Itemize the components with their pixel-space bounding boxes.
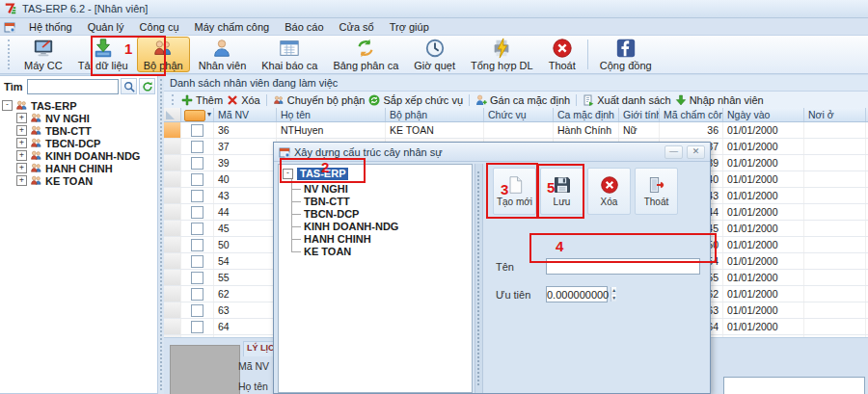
toolbar-gio-quet[interactable]: Giờ quẹt [407, 37, 462, 72]
row-indicator[interactable] [164, 139, 181, 154]
dialog-close-button[interactable]: ✕ [687, 145, 705, 159]
column-header-noi-o[interactable]: Nơi ở [804, 108, 866, 121]
priority-spinner[interactable]: 0.000000000 ▲▼ [546, 286, 608, 302]
row-indicator[interactable] [164, 221, 181, 236]
spinner-arrows-icon[interactable]: ▲▼ [610, 287, 616, 302]
menu-may-cham-cong[interactable]: Máy chấm công [187, 20, 278, 34]
dialog-tree-item-kinh-doanh-ndg[interactable]: KINH DOANH-NDG [304, 221, 472, 233]
column-header-ma-cham-cong[interactable]: Mã chấm công [660, 108, 723, 121]
cell-ma-nv[interactable]: 40 [214, 171, 277, 187]
cell-ngay-vao[interactable]: 01/01/2000 [723, 253, 804, 269]
cell-bo-phan[interactable]: KE TOAN [386, 122, 484, 138]
expand-icon[interactable]: + [16, 113, 27, 123]
cell-noi-o[interactable] [804, 302, 866, 318]
dialog-tree-item-hanh-chinh[interactable]: HANH CHINH [304, 233, 472, 246]
cell-ngay-vao[interactable]: 01/01/2000 [723, 139, 804, 154]
cell-ma-nv[interactable]: 54 [214, 253, 277, 269]
row-checkbox[interactable] [181, 155, 214, 171]
dialog-tree-root[interactable]: - TAS-ERP [279, 165, 472, 181]
row-checkbox[interactable] [181, 171, 214, 187]
cell-ma-nv[interactable]: 64 [214, 319, 277, 334]
row-checkbox[interactable] [181, 237, 214, 252]
column-header-ca-mac-dinh[interactable]: Ca mặc định [554, 108, 619, 121]
row-checkbox[interactable] [181, 221, 214, 236]
toolbar-cong-dong[interactable]: Cộng đồng [593, 37, 659, 72]
cell-noi-o[interactable] [804, 188, 866, 203]
row-indicator[interactable] [164, 188, 181, 203]
name-input[interactable] [546, 258, 700, 275]
toolbar-thoat[interactable]: Thoát [542, 37, 583, 72]
row-indicator[interactable] [164, 302, 181, 318]
action-gan-ca-mac-dinh[interactable]: Gán ca mặc định [475, 94, 570, 106]
row-checkbox[interactable] [181, 139, 214, 154]
cell-ngay-vao[interactable]: 01/01/2000 [723, 286, 804, 302]
column-header-gioi-tinh[interactable]: Giới tính [619, 108, 660, 121]
cell-noi-o[interactable] [804, 270, 866, 285]
cell-ngay-vao[interactable]: 01/01/2000 [723, 188, 804, 203]
cell-ma-nv[interactable]: 43 [214, 188, 277, 203]
collapse-icon[interactable]: - [283, 169, 293, 179]
cell-ma-nv[interactable]: 37 [214, 139, 277, 154]
dialog-button-luu[interactable]: Lưu [540, 168, 583, 215]
checkbox-column-header[interactable]: ▼ [181, 108, 214, 121]
tree-item-kinh-doanh-ndg[interactable]: + KINH DOANH-NDG [2, 149, 157, 162]
cell-ngay-vao[interactable]: 01/01/2000 [723, 319, 804, 334]
tree-item-tbcn-dcp[interactable]: + TBCN-DCP [2, 137, 157, 149]
toolbar-tai-du-lieu[interactable]: Tải dữ liệu [71, 37, 135, 72]
menu-tro-giup[interactable]: Trợ giúp [382, 20, 437, 34]
toolbar-bo-phan[interactable]: Bộ phận [137, 37, 190, 72]
cell-ngay-vao[interactable]: 01/01/2000 [723, 155, 804, 171]
cell-chuc-vu[interactable] [484, 122, 554, 138]
row-checkbox[interactable] [181, 286, 214, 302]
cell-gioi-tinh[interactable]: Nữ [619, 122, 660, 138]
expand-icon[interactable]: + [16, 163, 27, 173]
dialog-tree-item-nv-nghi[interactable]: NV NGHI [304, 183, 472, 196]
cell-ngay-vao[interactable]: 01/01/2000 [723, 302, 804, 318]
cell-ngay-vao[interactable]: 01/01/2000 [723, 270, 804, 285]
column-header-ho-ten[interactable]: Họ tên [277, 108, 386, 121]
column-header-bo-phan[interactable]: Bộ phận [386, 108, 484, 121]
refresh-button[interactable] [139, 78, 155, 94]
cell-ma-nv[interactable]: 39 [214, 155, 277, 171]
cell-ngay-vao[interactable]: 01/01/2000 [723, 171, 804, 187]
cell-ho-ten[interactable]: NTHuyen [277, 122, 386, 138]
action-chuyen-bo-phan[interactable]: Chuyển bộ phận [273, 94, 366, 106]
menu-cua-so[interactable]: Cửa sổ [332, 20, 382, 34]
cell-noi-o[interactable] [804, 139, 866, 154]
row-checkbox[interactable] [181, 302, 214, 318]
dialog-minimize-button[interactable]: — [665, 145, 683, 159]
tree-item-hanh-chinh[interactable]: + HANH CHINH [2, 162, 157, 174]
action-xoa[interactable]: Xóa [227, 94, 260, 106]
row-indicator[interactable] [164, 122, 181, 138]
row-checkbox[interactable] [181, 122, 214, 138]
dialog-tree-item-ke-toan[interactable]: KE TOAN [304, 246, 472, 258]
toolbar-tong-hop-dl[interactable]: Tổng hợp DL [464, 37, 540, 72]
column-header-chuc-vu[interactable]: Chức vụ [484, 108, 554, 121]
menu-bao-cao[interactable]: Báo cáo [277, 20, 331, 34]
action-them[interactable]: Thêm [181, 94, 223, 106]
tree-item-ke-toan[interactable]: + KE TOAN [2, 174, 157, 187]
cell-ma-nv[interactable]: 55 [214, 270, 277, 285]
cell-noi-o[interactable] [804, 122, 866, 138]
cell-noi-o[interactable] [804, 171, 866, 187]
cell-noi-o[interactable] [804, 253, 866, 269]
cell-noi-o[interactable] [804, 155, 866, 171]
expand-icon[interactable]: + [16, 175, 27, 186]
search-button[interactable] [121, 78, 137, 94]
cell-noi-o[interactable] [804, 204, 866, 220]
menu-he-thong[interactable]: Hệ thống [21, 20, 80, 34]
row-indicator[interactable] [164, 204, 181, 220]
dialog-tree-item-tbcn-dcp[interactable]: TBCN-DCP [304, 208, 472, 221]
toolbar-may-cc[interactable]: Máy CC [17, 37, 69, 72]
row-indicator[interactable] [164, 286, 181, 302]
menu-quan-ly[interactable]: Quản lý [80, 20, 132, 34]
expand-icon[interactable]: + [16, 150, 27, 161]
search-input[interactable] [27, 79, 119, 94]
action-xuat-danh-sach[interactable]: Xuất danh sách [583, 94, 670, 106]
collapse-icon[interactable]: - [2, 100, 13, 111]
expand-icon[interactable]: + [16, 138, 27, 148]
toolbar-khai-bao-ca[interactable]: Khai báo ca [255, 37, 324, 72]
row-checkbox[interactable] [181, 204, 214, 220]
column-header-ngay-vao[interactable]: Ngày vào [723, 108, 804, 121]
action-nhap-nhan-vien[interactable]: Nhập nhân viên [675, 94, 764, 106]
